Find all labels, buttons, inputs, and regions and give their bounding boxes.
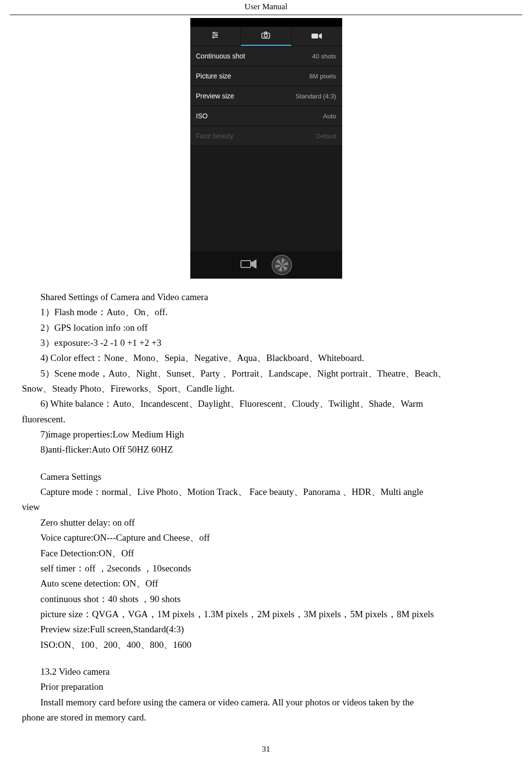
body-line: Snow、Steady Photo、Fireworks、Sport、Candle… — [22, 381, 510, 396]
body-line: fluorescent. — [22, 412, 510, 427]
body-line: Auto scene detection: ON、Off — [22, 576, 510, 591]
video-icon — [312, 31, 322, 42]
camera-settings-list: Continuous shot 40 shots Picture size 8M… — [190, 46, 342, 146]
svg-marker-9 — [319, 33, 322, 39]
body-line: Zero shutter delay: on off — [22, 515, 510, 530]
camera-settings-title: Camera Settings — [22, 469, 510, 484]
screenshot-figure: Continuous shot 40 shots Picture size 8M… — [0, 18, 532, 279]
camera-icon — [261, 31, 271, 41]
body-line: ISO:ON、100、200、400、800、1600 — [22, 637, 510, 652]
content-body: Shared Settings of Camera and Video came… — [0, 289, 532, 725]
tab-video[interactable] — [292, 27, 342, 46]
camera-tabs — [190, 27, 342, 46]
body-line: Face Detection:ON、Off — [22, 546, 510, 561]
svg-point-7 — [264, 34, 267, 37]
svg-point-3 — [216, 35, 217, 36]
header-rule — [10, 15, 522, 15]
body-line: view — [22, 499, 510, 514]
row-value: Auto — [323, 113, 336, 120]
section-13-2: 13.2 Video camera — [22, 664, 510, 679]
body-line: 6) White balance：Auto、Incandescent、Dayli… — [22, 396, 510, 411]
row-value: Default — [316, 132, 336, 140]
body-line: Install memory card before using the cam… — [22, 695, 510, 710]
page-number: 31 — [0, 744, 532, 754]
row-label: ISO — [196, 112, 208, 120]
shutter-button[interactable] — [272, 255, 292, 275]
body-line: 5）Scene mode，Auto、Night、Sunset、Party 、Po… — [22, 366, 510, 381]
body-line: 2）GPS location info :on off — [22, 320, 510, 335]
body-line: 4) Color effect：None、Mono、Sepia、Negative… — [22, 350, 510, 365]
body-line: Capture mode：normal、Live Photo、Motion Tr… — [22, 484, 510, 499]
body-line: Voice capture:ON---Capture and Cheese、of… — [22, 530, 510, 545]
status-bar — [190, 18, 342, 27]
row-iso[interactable]: ISO Auto — [190, 106, 342, 126]
svg-point-1 — [213, 32, 215, 34]
phone-screenshot: Continuous shot 40 shots Picture size 8M… — [190, 18, 342, 279]
video-switch-icon[interactable] — [240, 259, 257, 272]
svg-marker-11 — [252, 260, 256, 268]
svg-rect-8 — [312, 33, 318, 38]
body-line: self timer：off ，2seconds ，10seconds — [22, 561, 510, 576]
row-label: Preview size — [196, 92, 235, 100]
body-line: phone are stored in memory card. — [22, 710, 510, 725]
camera-bottom-bar — [190, 251, 342, 279]
svg-rect-10 — [241, 261, 251, 267]
body-line: 8)anti-flicker:Auto Off 50HZ 60HZ — [22, 442, 510, 457]
body-line: continuous shot：40 shots ，90 shots — [22, 591, 510, 606]
row-value: 40 shots — [312, 53, 336, 60]
tab-settings[interactable] — [190, 27, 241, 46]
row-value: Standard (4:3) — [295, 93, 336, 100]
page-header: User Manual — [0, 0, 532, 14]
tab-photo[interactable] — [241, 27, 292, 46]
row-face-beauty[interactable]: Face beauty Default — [190, 126, 342, 146]
svg-point-5 — [213, 37, 214, 38]
row-label: Continuous shot — [196, 52, 245, 60]
row-picture-size[interactable]: Picture size 8M pixels — [190, 66, 342, 86]
body-line: 7)image properties:Low Medium High — [22, 427, 510, 442]
body-line: 3）exposure:-3 -2 -1 0 +1 +2 +3 — [22, 335, 510, 350]
body-line: 1）Flash mode：Auto、On、off. — [22, 304, 510, 320]
body-line: picture size：QVGA，VGA，1M pixels，1.3M pix… — [22, 606, 510, 622]
shared-settings-title: Shared Settings of Camera and Video came… — [22, 289, 510, 304]
body-line: Preview size:Full screen,Standard(4:3) — [22, 622, 510, 637]
row-label: Face beauty — [196, 132, 234, 140]
row-preview-size[interactable]: Preview size Standard (4:3) — [190, 86, 342, 106]
row-value: 8M pixels — [310, 73, 336, 80]
row-label: Picture size — [196, 72, 231, 80]
row-continuous-shot[interactable]: Continuous shot 40 shots — [190, 46, 342, 66]
prior-preparation-title: Prior preparation — [22, 679, 510, 694]
sliders-icon — [211, 31, 220, 42]
